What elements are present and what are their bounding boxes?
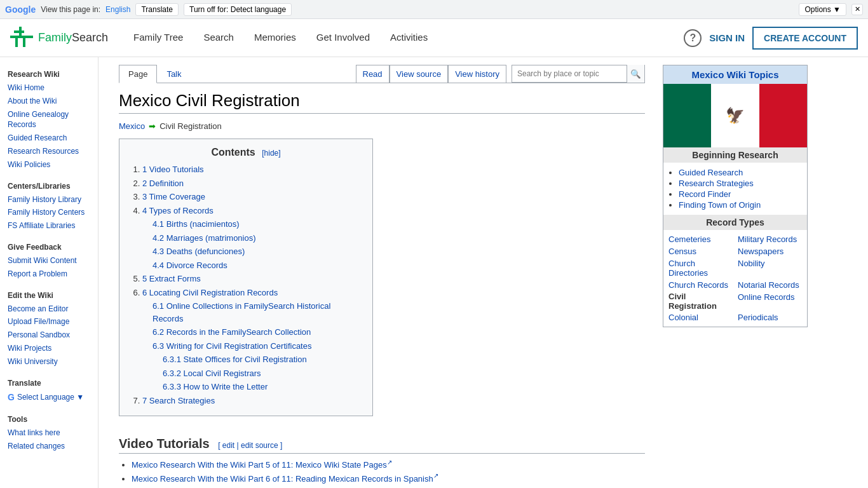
sidebar-item-wiki-university[interactable]: Wiki University [0,355,98,369]
rt-colonial[interactable]: Colonial [668,312,733,323]
toc-item-4-3[interactable]: 4.3 Deaths (defunciones) [153,247,245,256]
sidebar-item-family-history-library[interactable]: Family History Library [0,193,98,207]
toc-item-4-4[interactable]: 4.4 Divorce Records [153,261,227,270]
sidebar-item-submit-wiki[interactable]: Submit Wiki Content [0,254,98,268]
edit-link[interactable]: edit [222,441,234,450]
sidebar-item-online-genealogy[interactable]: Online Genealogy Records [0,108,98,132]
search-input[interactable] [512,69,627,78]
rt-military-records[interactable]: Military Records [738,234,802,245]
toc-list: 1 Video Tutorials 2 Definition 3 Time Co… [142,163,362,407]
sidebar-item-wiki-policies[interactable]: Wiki Policies [0,158,98,172]
toc-item-6-3[interactable]: 6.3 Writing for Civil Registration Certi… [153,341,311,351]
sidebar-item-family-history-centers[interactable]: Family History Centers [0,206,98,219]
right-finding-town[interactable]: Finding Town of Origin [679,200,761,210]
sidebar-item-select-language[interactable]: G Select Language ▼ [0,390,98,405]
rt-church-records[interactable]: Church Records [668,280,733,290]
rt-cemeteries[interactable]: Cemeteries [668,234,733,245]
toc-item-3[interactable]: 3 Time Coverage [142,192,205,201]
help-button[interactable]: ? [684,29,702,47]
toc-item-5[interactable]: 5 Extract Forms [142,274,201,283]
rt-census[interactable]: Census [668,246,733,257]
main-content-wrapper: Page Talk Read View source View history … [98,57,868,488]
rt-notarial-records[interactable]: Notarial Records [738,280,802,290]
nav-search[interactable]: Search [193,19,244,57]
search-button[interactable]: 🔍 [627,65,644,83]
toc-hide-link[interactable]: [hide] [262,149,280,158]
content-area: Page Talk Read View source View history … [109,65,655,486]
rt-church-directories[interactable]: Church Directories [668,258,733,278]
right-record-finder[interactable]: Record Finder [679,189,731,199]
toc-sub-6-3: 6.3.1 State Offices for Civil Registrati… [163,353,362,393]
view-page-text: View this page in: [41,5,100,14]
right-research-strategies[interactable]: Research Strategies [679,179,754,188]
nav-activities[interactable]: Activities [380,19,438,57]
translate-bar: Google View this page in: English Transl… [0,0,868,19]
toc-item-6-2[interactable]: 6.2 Records in the FamilySearch Collecti… [153,327,311,337]
flag-eagle-icon: 🦅 [726,107,745,125]
toc-item-6-1[interactable]: 6.1 Online Collections in FamilySearch H… [153,301,330,323]
options-button[interactable]: Options ▼ [799,3,846,16]
toc-item-6-3-3[interactable]: 6.3.3 How to Write the Letter [163,382,268,391]
sidebar-item-related-changes[interactable]: Related changes [0,440,98,453]
familysearch-logo-icon [10,27,33,50]
edit-source-link[interactable]: edit source [241,441,278,450]
nav-memories[interactable]: Memories [244,19,306,57]
sign-in-button[interactable]: SIGN IN [709,32,745,43]
sidebar-item-report-problem[interactable]: Report a Problem [0,268,98,281]
video-link-1[interactable]: Mexico Research With the Wiki Part 5 of … [132,460,392,470]
toc-item-2[interactable]: 2 Definition [142,179,184,188]
sidebar-item-research-resources[interactable]: Research Resources [0,145,98,158]
toc-item-4-1[interactable]: 4.1 Births (nacimientos) [153,219,240,229]
video-tutorials-heading: Video Tutorials [ edit | edit source ] [119,437,645,454]
wiki-topics-title: Mexico Wiki Topics [663,65,807,84]
toc-sub-4: 4.1 Births (nacimientos) 4.2 Marriages (… [153,218,362,271]
tab-view-history[interactable]: View history [448,65,506,83]
sidebar-item-about[interactable]: About the Wiki [0,95,98,108]
toc-item-4-2[interactable]: 4.2 Marriages (matrimonios) [153,233,256,243]
sidebar-item-upload-file[interactable]: Upload File/Image [0,315,98,329]
toc-item-6-3-1[interactable]: 6.3.1 State Offices for Civil Registrati… [163,355,307,364]
sidebar-item-guided-research[interactable]: Guided Research [0,132,98,145]
tab-talk[interactable]: Talk [157,65,191,83]
sidebar-item-sandbox[interactable]: Personal Sandbox [0,329,98,342]
sidebar-item-wiki-home[interactable]: Wiki Home [0,81,98,95]
nav-links: Family Tree Search Memories Get Involved… [123,19,684,57]
toc-item-6-3-2[interactable]: 6.3.2 Local Civil Registrars [163,369,261,378]
toc-title: Contents [hide] [130,147,362,158]
nav-family-tree[interactable]: Family Tree [123,19,193,57]
wiki-topics-box: Mexico Wiki Topics 🦅 Beginning Research … [663,65,808,327]
sidebar-item-fs-affiliate[interactable]: FS Affiliate Libraries [0,219,98,233]
toc-sub-6: 6.1 Online Collections in FamilySearch H… [153,300,362,393]
toc-item-1[interactable]: 1 Video Tutorials [142,165,204,174]
breadcrumb-current: Civil Registration [159,121,222,131]
logo-link[interactable]: FamilySearch [10,27,108,50]
search-icon: 🔍 [630,69,641,79]
sidebar-item-wiki-projects[interactable]: Wiki Projects [0,342,98,355]
tab-page[interactable]: Page [119,65,157,83]
breadcrumb-link-mexico[interactable]: Mexico [119,121,145,131]
rt-nobility[interactable]: Nobility [738,258,802,278]
nav-get-involved[interactable]: Get Involved [306,19,380,57]
language-link[interactable]: English [105,5,130,14]
tab-read[interactable]: Read [356,65,390,83]
edit-links: [ edit | edit source ] [218,441,282,450]
sidebar-item-what-links[interactable]: What links here [0,426,98,440]
toc-item-6[interactable]: 6 Locating Civil Registration Records [142,288,278,297]
translate-button[interactable]: Translate [135,3,179,16]
right-guided-research[interactable]: Guided Research [679,168,743,177]
rt-online-records[interactable]: Online Records [738,292,802,311]
create-account-button[interactable]: CREATE ACCOUNT [752,27,858,50]
tabs-row: Page Talk Read View source View history … [119,65,645,83]
sidebar-item-become-editor[interactable]: Become an Editor [0,302,98,316]
rt-periodicals[interactable]: Periodicals [738,312,802,323]
tab-actions: Read View source View history [356,65,507,83]
toc-item-4[interactable]: 4 Types of Records [142,206,214,215]
tab-view-source[interactable]: View source [390,65,449,83]
toc-item-7[interactable]: 7 Search Strategies [142,396,215,405]
close-button[interactable]: ✕ [851,4,863,15]
video-link-2[interactable]: Mexico Research With the Wiki Part 6 of … [132,474,438,484]
beginning-research-title: Beginning Research [663,147,807,163]
rt-newspapers[interactable]: Newspapers [738,246,802,257]
turn-off-button[interactable]: Turn off for: Detect language [184,3,292,16]
breadcrumb-arrow-icon: ➡ [149,121,156,131]
